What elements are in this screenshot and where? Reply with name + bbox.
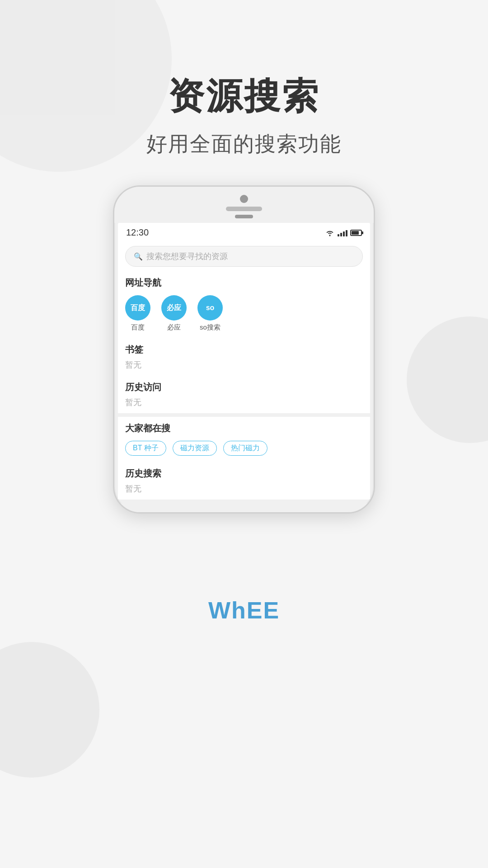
- wifi-icon: [325, 229, 335, 236]
- nav-section-title: 网址导航: [118, 271, 370, 292]
- tag-hot[interactable]: 热门磁力: [223, 441, 267, 456]
- popular-tags-row: BT 种子 磁力资源 热门磁力: [118, 437, 370, 462]
- bg-decoration-bottom-left: [0, 642, 99, 778]
- search-bar[interactable]: 🔍 搜索您想要寻找的资源: [125, 246, 363, 267]
- nav-icon-so: so: [197, 295, 223, 321]
- search-icon: 🔍: [134, 252, 143, 261]
- page-title: 资源搜索: [0, 72, 488, 121]
- phone-mockup-container: 12:30: [0, 185, 488, 514]
- battery-icon: [350, 230, 362, 236]
- phone-camera: [240, 195, 248, 203]
- history-section-title: 历史访问: [118, 376, 370, 396]
- nav-item-biying[interactable]: 必应 必应: [161, 295, 187, 332]
- header-section: 资源搜索 好用全面的搜索功能: [0, 0, 488, 185]
- phone-screen: 12:30: [118, 223, 370, 500]
- search-placeholder: 搜索您想要寻找的资源: [146, 251, 228, 262]
- nav-item-so[interactable]: so so搜索: [197, 295, 223, 332]
- status-time: 12:30: [126, 227, 149, 238]
- search-history-empty: 暂无: [118, 482, 370, 500]
- history-empty: 暂无: [118, 396, 370, 413]
- phone-top-bar: [114, 187, 374, 223]
- bookmark-section-title: 书签: [118, 338, 370, 359]
- phone-speaker: [226, 207, 262, 211]
- status-bar: 12:30: [118, 223, 370, 241]
- nav-icons-row: 百度 百度 必应 必应 so so搜索: [118, 292, 370, 338]
- status-icons: [325, 229, 362, 236]
- nav-label-biying: 必应: [167, 323, 181, 332]
- phone-side-button: [374, 277, 375, 304]
- page-subtitle: 好用全面的搜索功能: [0, 130, 488, 158]
- search-bar-container: 🔍 搜索您想要寻找的资源: [118, 241, 370, 271]
- phone-bottom: [114, 503, 374, 512]
- divider: [118, 413, 370, 417]
- search-history-title: 历史搜索: [118, 462, 370, 482]
- nav-item-baidu[interactable]: 百度 百度: [125, 295, 150, 332]
- battery-fill: [352, 231, 359, 235]
- tag-bt[interactable]: BT 种子: [125, 441, 166, 456]
- nav-icon-baidu: 百度: [125, 295, 150, 321]
- whee-label: WhEE: [208, 597, 280, 624]
- phone-sensor: [235, 215, 253, 218]
- tag-cili[interactable]: 磁力资源: [173, 441, 217, 456]
- popular-section-title: 大家都在搜: [118, 417, 370, 437]
- svg-point-0: [329, 235, 331, 236]
- phone-mockup: 12:30: [113, 185, 375, 514]
- nav-icon-biying: 必应: [161, 295, 187, 321]
- screen-content: 网址导航 百度 百度 必应 必应: [118, 271, 370, 500]
- nav-label-so: so搜索: [200, 323, 221, 332]
- nav-label-baidu: 百度: [131, 323, 145, 332]
- signal-icon: [338, 229, 347, 236]
- bookmark-empty: 暂无: [118, 359, 370, 376]
